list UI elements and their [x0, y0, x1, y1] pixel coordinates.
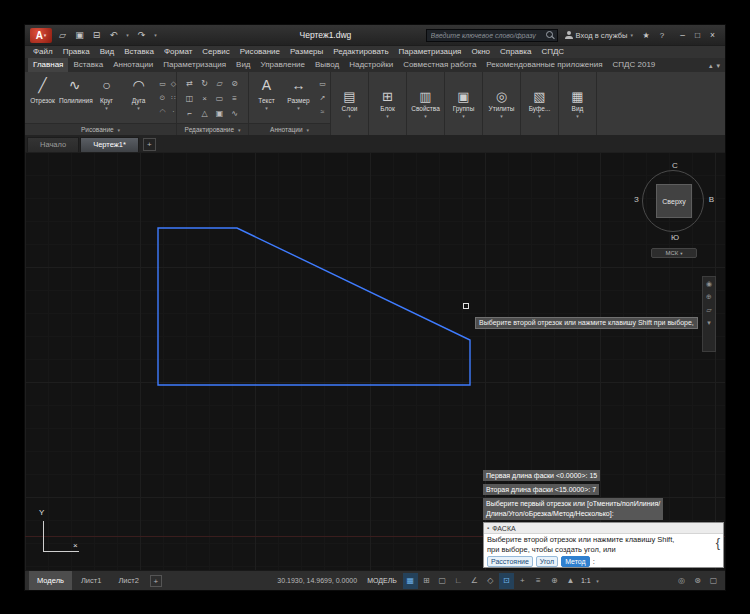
new-layout-button[interactable]: +	[150, 575, 162, 587]
explode-tool-icon[interactable]: ∿	[227, 106, 242, 121]
tab-home[interactable]: Главная	[28, 58, 68, 72]
undo-dropdown[interactable]: ▾	[124, 25, 131, 45]
panel-label-modify[interactable]: Редактирование ▾	[177, 123, 248, 135]
menu-tools[interactable]: Сервис	[197, 46, 234, 58]
menu-view[interactable]: Вид	[95, 46, 119, 58]
zoom-icon[interactable]: ▱	[706, 306, 711, 314]
table-tool-icon[interactable]: ↗	[317, 91, 328, 105]
viewcube-face-top[interactable]: Сверху	[656, 184, 692, 218]
polar-tracking-toggle[interactable]: ∠	[467, 573, 482, 589]
viewcube[interactable]: С Ю З В Сверху МСК ▾	[637, 164, 713, 260]
menu-edit[interactable]: Правка	[58, 46, 95, 58]
markup-tool-icon[interactable]: ≈	[317, 105, 328, 119]
menu-modify[interactable]: Редактировать	[328, 46, 393, 58]
signin-button[interactable]: Вход в службы ▾	[562, 31, 636, 40]
panel-properties[interactable]: ▥ Свойства ▾	[407, 72, 445, 135]
panel-label-draw[interactable]: Рисование ▾	[25, 123, 176, 135]
plot-button[interactable]: ⊟	[90, 25, 103, 45]
settings-gear-button[interactable]: ⊛	[690, 573, 705, 589]
mirror-tool-icon[interactable]: ×	[197, 91, 212, 106]
search-input[interactable]	[429, 32, 545, 39]
favorites-icon[interactable]: ★	[640, 31, 652, 40]
circle-tool-button[interactable]: ○ Круг ▾	[91, 73, 122, 123]
viewcube-west[interactable]: З	[634, 195, 639, 204]
clean-screen-button[interactable]: ▢	[706, 573, 721, 589]
ribbon-options-dropdown[interactable]: ▾	[716, 62, 720, 70]
erase-tool-icon[interactable]: ⊘	[227, 76, 242, 91]
stretch-tool-icon[interactable]: ▭	[212, 91, 227, 106]
tab-view[interactable]: Вид	[231, 58, 255, 72]
menu-dimension[interactable]: Размеры	[285, 46, 328, 58]
menu-insert[interactable]: Вставка	[119, 46, 159, 58]
viewcube-east[interactable]: В	[709, 195, 714, 204]
polyline-tool-button[interactable]: ∿ Полилиния	[59, 73, 90, 123]
maximize-button[interactable]: □	[690, 25, 705, 45]
coordinates-display[interactable]: 30.1930, 14.9699, 0.0000	[273, 577, 361, 584]
scale-tool-icon[interactable]: ≡	[227, 91, 242, 106]
lineweight-toggle[interactable]: ≡	[531, 573, 546, 589]
ucs-selector[interactable]: МСК ▾	[651, 248, 697, 258]
tab-featured-apps[interactable]: Рекомендованные приложения	[481, 58, 607, 72]
panel-label-annotate[interactable]: Аннотации ▾	[249, 123, 330, 135]
fillet-tool-icon[interactable]: ⌐	[182, 106, 197, 121]
grid-toggle[interactable]: ▦	[403, 573, 418, 589]
undo-button[interactable]: ↶	[107, 25, 120, 45]
panel-layers[interactable]: ▤ Слои ▾	[331, 72, 369, 135]
navbar-more-icon[interactable]: ▾	[707, 319, 711, 327]
leader-tool-icon[interactable]: ▭	[317, 77, 328, 91]
ribbon-minimize-button[interactable]: ▴	[709, 62, 713, 70]
snap-toggle[interactable]: ⊞	[419, 573, 434, 589]
donut-tool-icon[interactable]: ⊙	[157, 91, 168, 105]
menu-window[interactable]: Окно	[466, 46, 495, 58]
menu-spds[interactable]: СПДС	[536, 46, 569, 58]
rectangle-tool-icon[interactable]: ▭	[157, 77, 168, 91]
spline-tool-icon[interactable]: ◠	[157, 105, 168, 119]
arc-tool-button[interactable]: ◠ Дуга ▾	[123, 73, 154, 123]
help-icon[interactable]: ?	[656, 31, 668, 40]
tab-manage[interactable]: Управление	[256, 58, 310, 72]
panel-utilities[interactable]: ◎ Утилиты ▾	[483, 72, 521, 135]
panel-view[interactable]: ▦ Вид ▾	[559, 72, 597, 135]
osnap-tracking-toggle[interactable]: +	[515, 573, 530, 589]
tab-parametric[interactable]: Параметризация	[158, 58, 231, 72]
tab-collaborate[interactable]: Совместная работа	[398, 58, 481, 72]
steering-wheel-icon[interactable]: ◉	[706, 280, 712, 288]
viewcube-south[interactable]: Ю	[637, 233, 713, 242]
file-tab-start[interactable]: Начало	[27, 137, 79, 152]
model-space-button[interactable]: МОДЕЛЬ	[362, 577, 402, 584]
array-tool-icon[interactable]: △	[197, 106, 212, 121]
tab-insert[interactable]: Вставка	[68, 58, 108, 72]
scale-dropdown[interactable]: ▾	[594, 578, 602, 584]
new-drawing-button[interactable]: +	[143, 138, 156, 151]
isodraft-toggle[interactable]: ◇	[483, 573, 498, 589]
redo-button[interactable]: ↷	[135, 25, 148, 45]
panel-clipboard[interactable]: ▧ Буфе... ▾	[521, 72, 559, 135]
layout2-tab[interactable]: Лист2	[110, 571, 146, 590]
annotation-scale-icon[interactable]: ▲	[563, 573, 578, 589]
panel-block[interactable]: ⊞ Блок ▾	[369, 72, 407, 135]
minimize-button[interactable]: –	[675, 25, 690, 45]
rotate-tool-icon[interactable]: ↻	[197, 76, 212, 91]
offset-tool-icon[interactable]: ▣	[212, 106, 227, 121]
file-tab-drawing1[interactable]: Чертеж1*	[80, 137, 139, 152]
chamfered-rectangle-shape[interactable]	[158, 228, 470, 385]
drawing-area[interactable]: Выберите второй отрезок или нажмите клав…	[25, 152, 725, 570]
dynamic-input-toggle[interactable]: ⊕	[547, 573, 562, 589]
option-angle[interactable]: Угол	[536, 556, 558, 567]
text-tool-button[interactable]: A Текст ▾	[251, 73, 282, 123]
trim-tool-icon[interactable]: ▱	[212, 76, 227, 91]
infer-constraints-toggle[interactable]: ▢	[435, 573, 450, 589]
copy-tool-icon[interactable]: ◫	[182, 91, 197, 106]
open-button[interactable]: ▱	[56, 25, 69, 45]
menu-parametric[interactable]: Параметризация	[394, 46, 467, 58]
tab-output[interactable]: Вывод	[310, 58, 344, 72]
search-icon[interactable]	[545, 30, 555, 40]
pan-icon[interactable]: ⊕	[706, 293, 712, 301]
menu-file[interactable]: Файл	[28, 46, 58, 58]
close-button[interactable]: ×	[705, 25, 720, 45]
command-window[interactable]: ▪ ФАСКА Выберите второй отрезок или нажм…	[483, 522, 724, 568]
model-tab[interactable]: Модель	[29, 571, 72, 590]
object-isolate-button[interactable]: ◎	[674, 573, 689, 589]
tab-spds[interactable]: СПДС 2019	[608, 58, 661, 72]
save-button[interactable]: ▣	[73, 25, 86, 45]
